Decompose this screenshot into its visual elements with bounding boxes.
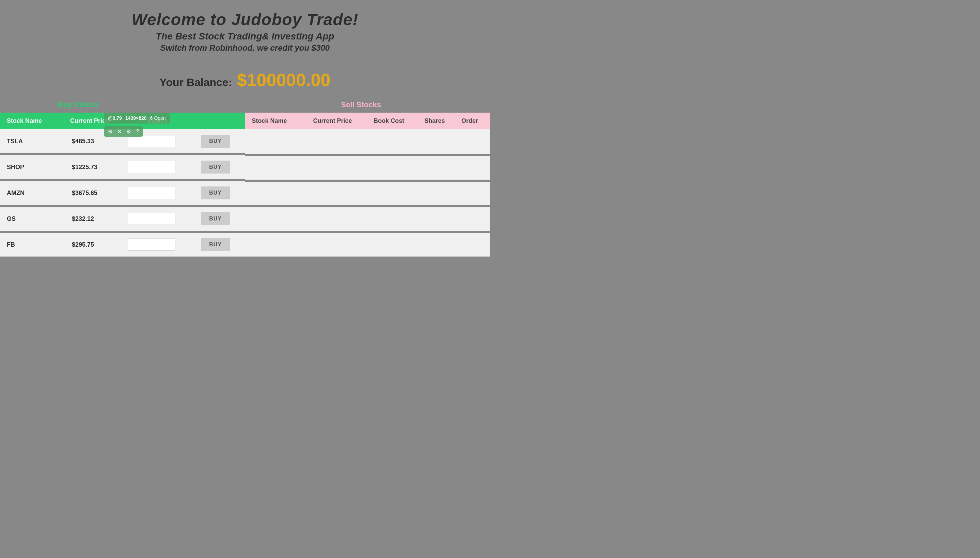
buy-col-stock-name: Stock Name — [0, 113, 58, 129]
inspector-close-icon[interactable]: ✕ — [117, 128, 122, 135]
sell-col-current-price: Current Price — [302, 113, 363, 129]
buy-button-cell: BUY — [194, 232, 245, 258]
inspector-overlay: @0,79 1439×820 6 Open — [104, 113, 170, 123]
stock-name-cell: SHOP — [0, 154, 58, 180]
sell-col-stock-name: Stock Name — [245, 113, 302, 129]
table-row — [245, 181, 490, 206]
shares-cell — [121, 180, 194, 206]
buy-button[interactable]: BUY — [201, 238, 230, 251]
balance-label: Your Balance: — [160, 76, 232, 89]
stock-name-cell: AMZN — [0, 180, 58, 206]
stock-name-cell: GS — [0, 206, 58, 232]
buy-button-cell: BUY — [194, 154, 245, 180]
sell-col-shares: Shares — [415, 113, 455, 129]
buy-button[interactable]: BUY — [201, 212, 230, 225]
buy-stocks-label: Buy Stocks — [58, 100, 99, 109]
shares-input[interactable] — [128, 187, 175, 199]
buy-col-action — [194, 113, 245, 129]
sell-stocks-label: Sell Stocks — [341, 100, 381, 109]
table-row — [245, 129, 490, 155]
buy-button[interactable]: BUY — [201, 187, 230, 199]
table-row: AMZN $3675.65 BUY — [0, 180, 245, 206]
buy-button-cell: BUY — [194, 206, 245, 232]
sell-table: Stock Name Current Price Book Cost Share… — [245, 113, 490, 259]
stock-price-cell: $3675.65 — [58, 180, 121, 206]
stock-name-cell: FB — [0, 232, 58, 258]
stock-price-cell: $295.75 — [58, 232, 121, 258]
sell-col-book-cost: Book Cost — [363, 113, 415, 129]
table-row: SHOP $1225.73 BUY — [0, 154, 245, 180]
shares-input[interactable] — [128, 213, 175, 225]
shares-input[interactable] — [128, 161, 175, 173]
shares-input[interactable] — [128, 135, 175, 147]
shares-cell — [121, 232, 194, 258]
inspector-help-icon[interactable]: ? — [136, 129, 139, 135]
page-promo: Switch from Robinhood, we credit you $30… — [7, 43, 483, 53]
table-row: GS $232.12 BUY — [0, 206, 245, 232]
sell-col-order: Order — [455, 113, 490, 129]
buy-button[interactable]: BUY — [201, 135, 230, 148]
stock-price-cell: $1225.73 — [58, 154, 121, 180]
inspector-settings-icon[interactable]: ⚙ — [126, 128, 131, 135]
open-count: 6 — [150, 115, 153, 121]
inspector-actions[interactable]: ⊕ ✕ ⚙ ? — [104, 126, 143, 137]
stock-name-cell: TSLA — [0, 129, 58, 154]
inspector-open: 6 Open — [150, 115, 166, 121]
inspector-size: 1439×820 — [125, 115, 147, 121]
balance-section: Your Balance: $100000.00 — [0, 59, 490, 97]
stock-price-cell: $232.12 — [58, 206, 121, 232]
page-title: Welcome to Judoboy Trade! — [7, 10, 483, 29]
sell-table-header-row: Stock Name Current Price Book Cost Share… — [245, 113, 490, 129]
tables-container: Stock Name Current Price Shares TSLA $48… — [0, 113, 490, 259]
buy-button-cell: BUY — [194, 180, 245, 206]
page-subtitle: The Best Stock Trading& Investing App — [7, 31, 483, 42]
section-labels: Buy Stocks Sell Stocks — [0, 97, 490, 113]
table-row: FB $295.75 BUY — [0, 232, 245, 258]
balance-amount: $100000.00 — [237, 70, 331, 90]
shares-input[interactable] — [128, 238, 175, 251]
table-row — [245, 206, 490, 232]
buy-button[interactable]: BUY — [201, 161, 230, 174]
inspector-coords: @0,79 — [108, 115, 122, 121]
table-row — [245, 155, 490, 181]
table-row — [245, 232, 490, 258]
open-label: Open — [154, 115, 165, 121]
page-header: Welcome to Judoboy Trade! The Best Stock… — [0, 0, 490, 59]
shares-cell — [121, 206, 194, 232]
inspector-cursor-icon[interactable]: ⊕ — [108, 128, 112, 135]
buy-button-cell: BUY — [194, 129, 245, 154]
shares-cell — [121, 154, 194, 180]
